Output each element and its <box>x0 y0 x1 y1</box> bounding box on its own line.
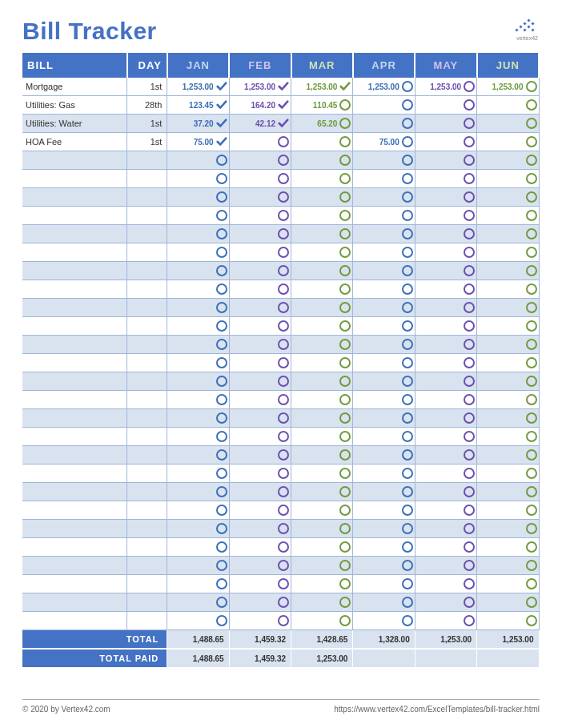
month-cell[interactable] <box>291 262 353 280</box>
month-cell[interactable] <box>415 465 476 483</box>
bill-name[interactable] <box>22 483 127 501</box>
bill-name[interactable] <box>22 465 127 483</box>
month-cell[interactable] <box>415 593 476 612</box>
month-cell[interactable] <box>353 243 415 262</box>
month-cell[interactable] <box>167 409 229 428</box>
month-cell[interactable] <box>167 538 229 557</box>
month-cell[interactable] <box>291 170 353 188</box>
bill-day[interactable]: 1st <box>127 133 167 151</box>
month-cell[interactable] <box>477 593 539 612</box>
month-cell[interactable] <box>353 612 415 630</box>
month-cell[interactable] <box>291 188 353 207</box>
bill-name[interactable]: Mortgage <box>22 78 127 96</box>
month-cell[interactable]: 1,253.00 <box>353 78 415 96</box>
month-cell[interactable] <box>477 262 539 280</box>
month-cell[interactable] <box>353 170 415 188</box>
month-cell[interactable] <box>229 299 291 317</box>
month-cell[interactable] <box>353 409 415 428</box>
bill-day[interactable]: 28th <box>127 96 167 115</box>
month-cell[interactable] <box>353 446 415 465</box>
bill-name[interactable] <box>22 557 127 575</box>
bill-day[interactable] <box>127 465 167 483</box>
month-cell[interactable] <box>353 372 415 391</box>
month-cell[interactable] <box>353 317 415 336</box>
month-cell[interactable] <box>353 575 415 593</box>
month-cell[interactable] <box>167 575 229 593</box>
month-cell[interactable] <box>353 391 415 409</box>
bill-name[interactable] <box>22 317 127 336</box>
bill-name[interactable] <box>22 170 127 188</box>
month-cell[interactable] <box>415 391 476 409</box>
month-cell[interactable] <box>291 354 353 372</box>
month-cell[interactable]: 1,253.00 <box>291 78 353 96</box>
month-cell[interactable] <box>291 501 353 520</box>
bill-name[interactable] <box>22 575 127 593</box>
month-cell[interactable] <box>229 428 291 446</box>
month-cell[interactable] <box>415 317 476 336</box>
month-cell[interactable] <box>229 262 291 280</box>
month-cell[interactable]: 110.45 <box>291 96 353 115</box>
month-cell[interactable] <box>415 225 476 243</box>
month-cell[interactable] <box>477 354 539 372</box>
month-cell[interactable] <box>291 299 353 317</box>
month-cell[interactable] <box>415 409 476 428</box>
month-cell[interactable]: 75.00 <box>167 133 229 151</box>
month-cell[interactable] <box>229 336 291 354</box>
month-cell[interactable] <box>477 115 539 133</box>
month-cell[interactable] <box>229 354 291 372</box>
month-cell[interactable] <box>167 207 229 225</box>
bill-day[interactable] <box>127 151 167 170</box>
month-cell[interactable] <box>415 501 476 520</box>
month-cell[interactable] <box>291 372 353 391</box>
bill-day[interactable] <box>127 538 167 557</box>
month-cell[interactable] <box>353 336 415 354</box>
month-cell[interactable] <box>415 188 476 207</box>
bill-name[interactable] <box>22 354 127 372</box>
bill-name[interactable] <box>22 225 127 243</box>
month-cell[interactable] <box>229 409 291 428</box>
month-cell[interactable] <box>415 207 476 225</box>
month-cell[interactable] <box>229 133 291 151</box>
month-cell[interactable] <box>229 520 291 538</box>
bill-name[interactable] <box>22 207 127 225</box>
month-cell[interactable] <box>353 557 415 575</box>
bill-day[interactable] <box>127 188 167 207</box>
bill-day[interactable] <box>127 391 167 409</box>
month-cell[interactable] <box>353 262 415 280</box>
month-cell[interactable] <box>167 520 229 538</box>
month-cell[interactable] <box>229 317 291 336</box>
month-cell[interactable] <box>415 557 476 575</box>
month-cell[interactable] <box>477 612 539 630</box>
bill-name[interactable] <box>22 612 127 630</box>
month-cell[interactable] <box>167 280 229 299</box>
month-cell[interactable] <box>415 299 476 317</box>
month-cell[interactable] <box>353 428 415 446</box>
bill-day[interactable]: 1st <box>127 78 167 96</box>
month-cell[interactable] <box>229 593 291 612</box>
month-cell[interactable] <box>229 391 291 409</box>
bill-name[interactable]: Utilities: Gas <box>22 96 127 115</box>
month-cell[interactable] <box>291 557 353 575</box>
month-cell[interactable] <box>477 501 539 520</box>
month-cell[interactable] <box>291 575 353 593</box>
month-cell[interactable] <box>291 317 353 336</box>
month-cell[interactable] <box>415 243 476 262</box>
month-cell[interactable] <box>167 446 229 465</box>
month-cell[interactable] <box>291 612 353 630</box>
bill-day[interactable] <box>127 520 167 538</box>
month-cell[interactable] <box>291 280 353 299</box>
month-cell[interactable] <box>167 428 229 446</box>
month-cell[interactable]: 123.45 <box>167 96 229 115</box>
month-cell[interactable] <box>477 280 539 299</box>
month-cell[interactable] <box>415 96 476 115</box>
month-cell[interactable] <box>291 520 353 538</box>
month-cell[interactable]: 42.12 <box>229 115 291 133</box>
month-cell[interactable] <box>167 557 229 575</box>
month-cell[interactable] <box>167 465 229 483</box>
month-cell[interactable] <box>353 207 415 225</box>
month-cell[interactable] <box>477 317 539 336</box>
month-cell[interactable] <box>353 465 415 483</box>
month-cell[interactable] <box>353 354 415 372</box>
month-cell[interactable] <box>229 280 291 299</box>
month-cell[interactable]: 1,253.00 <box>229 78 291 96</box>
